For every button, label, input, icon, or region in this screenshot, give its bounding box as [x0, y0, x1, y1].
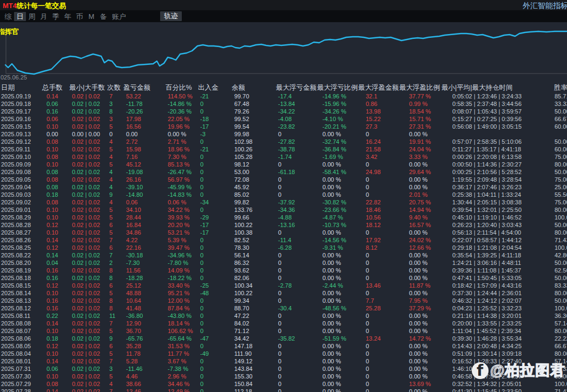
menu-item-季[interactable]: 季 — [50, 12, 62, 21]
cell-max_floating_loss_pct: -4.10 % — [318, 115, 364, 123]
cell-max_floating_loss_pct: 0.00 % — [318, 130, 364, 138]
cell-max_floating_loss_pct: -20.21 % — [318, 123, 364, 130]
cell-in_out: -34 — [198, 198, 232, 206]
cell-min_avg_max_hold_time: 0:36:17 | 2:07:46 | 3:26:23 — [449, 183, 552, 191]
menu-item-年[interactable]: 年 — [62, 12, 74, 21]
cell-trades: 5 — [105, 206, 124, 214]
table-row: 2025.09.150.100.02 | 0.02516.5619.96 %-1… — [0, 123, 567, 130]
cell-trades: 5 — [105, 123, 124, 130]
menu-item-综[interactable]: 综 — [2, 12, 14, 21]
cell-max_floating_gain_pct: 16.57 % — [406, 221, 449, 229]
cell-win_rate: 33.33 — [552, 100, 567, 108]
cell-min_max_lots: 0.02 | 0.02 — [68, 342, 105, 350]
cell-min_max_lots: 0.02 | 0.02 — [68, 312, 105, 320]
cell-total_lots: 0.08 — [42, 380, 68, 388]
cell-total_lots: 0.12 — [42, 342, 68, 350]
cell-max_floating_loss: 0 — [275, 183, 318, 191]
cell-date: 2025.08.19 — [0, 267, 42, 274]
cell-min_avg_max_hold_time: 0:57:07 | 2:58:35 | 5:10:06 — [449, 138, 552, 145]
menu-item-备[interactable]: 备 — [97, 12, 109, 21]
cell-total_lots: 0.06 — [42, 365, 68, 373]
col-header-max_floating_loss_pct: 最大浮亏比例 — [317, 83, 358, 92]
cell-max_floating_gain: 0 — [364, 320, 406, 327]
cell-min_avg_max_hold_time: 1:19:55 | 2:09:48 | 3:28:54 — [449, 176, 552, 183]
cell-max_floating_gain_pct: 0.00 % — [406, 350, 449, 357]
cell-profit: -19.08 — [124, 168, 166, 176]
cell-date: 2025.08.07 — [0, 327, 42, 335]
cell-date: 2025.09.17 — [0, 108, 42, 115]
cell-max_floating_loss_pct: 0.00 % — [318, 191, 364, 198]
cell-min_avg_max_hold_time: 0:00:26 | 2:20:08 | 6:13:58 — [449, 153, 552, 161]
tab-trace[interactable]: 轨迹 — [160, 11, 182, 21]
cell-percent: 0.00 % — [166, 130, 198, 138]
cell-max_floating_gain: 13.24 — [364, 335, 406, 342]
cell-trades: 4 — [105, 380, 124, 388]
cell-date: 2025.08.22 — [0, 251, 42, 259]
cell-balance: 100.26 — [232, 145, 275, 153]
cell-min_max_lots: 0.00 | 0.00 — [68, 130, 105, 138]
menu-item-日[interactable]: 日 — [14, 12, 26, 21]
cell-date: 2025.08.18 — [0, 274, 42, 282]
cell-max_floating_loss: -13.84 — [275, 100, 318, 108]
table-row: 2025.08.080.140.02 | 0.02712.9018.14 %08… — [0, 320, 567, 327]
cell-trades: 7 — [105, 357, 124, 365]
cell-max_floating_gain: 3.42 — [364, 153, 406, 161]
cell-max_floating_gain_pct: 0.00 % — [406, 342, 449, 350]
cell-max_floating_gain: 27.3 — [364, 123, 406, 130]
cell-percent: 19.96 % — [166, 123, 198, 130]
cell-min_avg_max_hold_time: 0:14:43 | 2:00:48 | 4:34:25 — [449, 342, 552, 350]
cell-in_out: 0 — [198, 365, 232, 373]
cell-total_lots: 0.04 — [42, 259, 68, 267]
table-row: 2025.09.190.140.02 | 0.02753.22114.50 %-… — [0, 92, 567, 100]
cell-date: 2025.09.12 — [0, 138, 42, 145]
cell-min_avg_max_hold_time: 0:41:30 | 1:15:45 | 2:33:50 — [449, 388, 552, 392]
table-row: 2025.09.110.100.02 | 0.02515.9818.96 %-2… — [0, 145, 567, 153]
cell-min_max_lots: 0.02 | 0.02 — [68, 259, 105, 267]
cell-max_floating_gain_pct: 0.00 % — [406, 320, 449, 327]
cell-max_floating_gain_pct: 0.00 % — [406, 365, 449, 373]
cell-max_floating_loss: 0 — [275, 161, 318, 168]
cell-balance: 105.28 — [232, 153, 275, 161]
cell-max_floating_loss_pct: -34.26 % — [318, 108, 364, 115]
menu-item-币[interactable]: 币 — [74, 12, 85, 21]
cell-profit: -18.28 — [124, 274, 166, 282]
cell-total_lots: 0.08 — [42, 138, 68, 145]
cell-max_floating_gain_pct: 27.31 % — [406, 123, 449, 130]
table-header-row: 日期总手数最小|大手数次数盈亏金额百分比%出入金余额最大浮亏金额最大浮亏比例最大… — [0, 82, 567, 92]
app-title-prefix: MT4 — [3, 2, 17, 10]
cell-win_rate: 80.00 — [552, 206, 567, 214]
menu-item-账户[interactable]: 账户 — [109, 12, 129, 21]
table-row: 2025.08.270.100.02 | 0.02534.8653.21 %-1… — [0, 229, 567, 236]
cell-min_avg_max_hold_time: 0:00:25 | 2:10:56 | 5:28:52 — [449, 168, 552, 176]
table-row: 2025.07.280.140.02 | 0.02712.4612.49 %01… — [0, 388, 567, 392]
menu-item-月[interactable]: 月 — [38, 12, 50, 21]
cell-total_lots: 0.10 — [42, 289, 68, 297]
cell-max_floating_loss_pct: -2.44 % — [318, 282, 364, 289]
cell-percent: 3.67 % — [166, 357, 198, 365]
table-row: 2025.08.200.040.02 | 0.022-7.30-7.80 %08… — [0, 259, 567, 267]
cell-trades: 4 — [105, 183, 124, 191]
cell-percent: -34.96 % — [166, 251, 198, 259]
menu-item-周[interactable]: 周 — [26, 12, 38, 21]
table-row: 2025.09.010.100.02 | 0.02534.1034.22 %01… — [0, 206, 567, 214]
cell-balance: 88.70 — [232, 304, 275, 312]
cell-in_out: 0 — [198, 327, 232, 335]
cell-balance: 34.42 — [232, 335, 275, 342]
title-bar: MT4统计每一笔交易 外汇智能指标 — [0, 0, 567, 10]
equity-curve — [0, 22, 567, 82]
cell-balance: 100.22 — [232, 221, 275, 229]
menu-item-M[interactable]: M — [85, 12, 97, 21]
cell-max_floating_loss_pct: -14.56 % — [318, 236, 364, 244]
cell-min_max_lots: 0.02 | 0.02 — [68, 380, 105, 388]
cell-total_lots: 0.16 — [42, 267, 68, 274]
cell-min_avg_max_hold_time: 0:35:54 | 1:39:25 | 4:11:18 — [449, 251, 552, 259]
table-row: 2025.09.170.160.02 | 0.028-20.26-20.36 %… — [0, 108, 567, 115]
cell-date: 2025.08.15 — [0, 282, 42, 289]
cell-total_lots: 0.10 — [42, 123, 68, 130]
cell-profit: 2.72 — [124, 138, 166, 145]
cell-min_max_lots: 0.02 | 0.02 — [68, 115, 105, 123]
cell-trades: 7 — [105, 251, 124, 259]
cell-percent: 2.96 % — [166, 373, 198, 380]
cell-in_out: 0 — [198, 191, 232, 198]
cell-percent: 31.53 % — [166, 342, 198, 350]
